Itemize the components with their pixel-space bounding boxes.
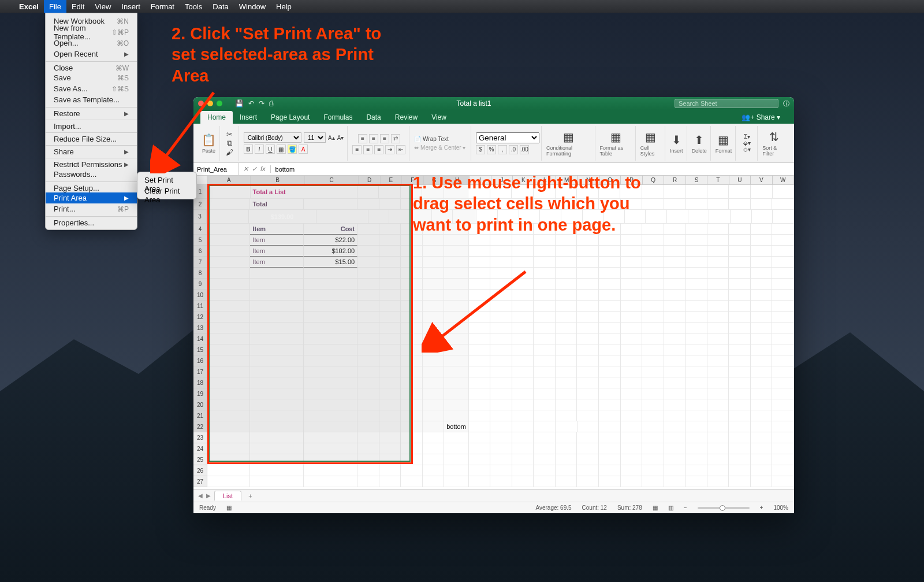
file-menu-open-recent[interactable]: Open Recent▶ <box>46 49 137 60</box>
ribbon-cond-format[interactable]: ▦Conditional Formatting <box>543 126 595 161</box>
underline-button[interactable]: U <box>266 144 275 154</box>
ribbon-cell-styles[interactable]: ▦Cell Styles <box>637 126 665 161</box>
col-header-C[interactable]: C <box>305 176 359 184</box>
col-header-W[interactable]: W <box>773 176 794 184</box>
add-sheet-button[interactable]: + <box>245 492 255 499</box>
view-normal-icon[interactable]: ▦ <box>653 505 658 511</box>
tab-data[interactable]: Data <box>359 111 388 124</box>
sheet-nav-prev[interactable]: ◀ <box>198 492 203 499</box>
file-menu-new-from-template-[interactable]: New from Template...⇧⌘P <box>46 27 137 38</box>
col-header-S[interactable]: S <box>686 176 707 184</box>
row-header-21[interactable]: 21 <box>193 410 207 421</box>
row-header-17[interactable]: 17 <box>193 366 207 377</box>
border-button[interactable]: ▦ <box>277 144 286 154</box>
file-menu-share[interactable]: Share▶ <box>46 145 137 156</box>
menubar-window[interactable]: Window <box>234 0 271 13</box>
col-header-D[interactable]: D <box>359 176 380 184</box>
row-header-24[interactable]: 24 <box>193 443 207 454</box>
tab-view[interactable]: View <box>424 111 453 124</box>
row-header-20[interactable]: 20 <box>193 399 207 410</box>
row-header-5[interactable]: 5 <box>193 235 207 246</box>
menubar-file[interactable]: File <box>44 0 66 13</box>
menubar-edit[interactable]: Edit <box>66 0 90 13</box>
row-header-4[interactable]: 4 <box>193 224 207 235</box>
col-header-U[interactable]: U <box>729 176 751 184</box>
ribbon-sort-filter[interactable]: ⇅Sort & Filter <box>759 126 789 161</box>
row-header-2[interactable]: 2 <box>193 199 207 210</box>
menubar-format[interactable]: Format <box>146 0 180 13</box>
save-icon[interactable]: 💾 <box>235 99 244 107</box>
file-menu-save-as-[interactable]: Save As...⇧⌘S <box>46 83 137 94</box>
clear-print-area[interactable]: Clear Print Area <box>137 186 196 197</box>
ribbon-clipboard-tools[interactable]: ✂⧉🖌 <box>221 126 239 161</box>
merge-center-button[interactable]: ⬌ Merge & Center ▾ <box>414 144 465 151</box>
file-menu-save[interactable]: Save⌘S <box>46 72 137 83</box>
ribbon-editing[interactable]: Σ▾⬙▾◇▾ <box>737 126 758 161</box>
decrease-font-icon[interactable]: A▾ <box>337 135 344 141</box>
sheet-nav-next[interactable]: ▶ <box>206 492 211 499</box>
zoom-out-button[interactable]: − <box>684 505 687 511</box>
file-menu-save-as-template-[interactable]: Save as Template... <box>46 94 137 105</box>
menubar-view[interactable]: View <box>90 0 116 13</box>
row-header-25[interactable]: 25 <box>193 454 207 465</box>
italic-button[interactable]: I <box>255 144 264 154</box>
row-header-11[interactable]: 11 <box>193 301 207 312</box>
search-input[interactable] <box>675 99 778 108</box>
status-macro-icon[interactable]: ▦ <box>226 505 232 511</box>
file-menu-properties-[interactable]: Properties... <box>46 216 137 227</box>
row-header-27[interactable]: 27 <box>193 476 207 487</box>
formula-input[interactable]: bottom <box>271 166 794 173</box>
file-menu-restore[interactable]: Restore▶ <box>46 107 137 118</box>
menubar-tools[interactable]: Tools <box>180 0 207 13</box>
file-menu-print-area[interactable]: Print Area▶ <box>46 192 137 203</box>
row-header-16[interactable]: 16 <box>193 355 207 366</box>
row-header-8[interactable]: 8 <box>193 268 207 279</box>
row-header-7[interactable]: 7 <box>193 257 207 268</box>
row-header-18[interactable]: 18 <box>193 377 207 388</box>
file-menu-passwords-[interactable]: Passwords... <box>46 169 137 180</box>
col-header-R[interactable]: R <box>664 176 685 184</box>
row-header-9[interactable]: 9 <box>193 279 207 290</box>
row-header-14[interactable]: 14 <box>193 333 207 344</box>
bold-button[interactable]: B <box>244 144 253 154</box>
font-name-select[interactable]: Calibri (Body) <box>244 132 301 143</box>
number-format-select[interactable]: General <box>476 132 539 143</box>
zoom-slider[interactable] <box>698 507 750 509</box>
ribbon-delete[interactable]: ⬆Delete <box>688 126 711 161</box>
row-header-6[interactable]: 6 <box>193 246 207 257</box>
increase-font-icon[interactable]: A▴ <box>328 135 335 141</box>
row-header-26[interactable]: 26 <box>193 465 207 476</box>
redo-icon[interactable]: ↷ <box>259 99 264 107</box>
col-header-T[interactable]: T <box>707 176 729 184</box>
file-menu-reduce-file-size-[interactable]: Reduce File Size... <box>46 132 137 143</box>
file-menu-import-[interactable]: Import... <box>46 120 137 131</box>
row-header-19[interactable]: 19 <box>193 388 207 399</box>
ribbon-format-table[interactable]: ▦Format as Table <box>597 126 636 161</box>
menubar-data[interactable]: Data <box>207 0 233 13</box>
menubar-excel[interactable]: Excel <box>14 0 44 13</box>
menubar-help[interactable]: Help <box>271 0 297 13</box>
row-header-10[interactable]: 10 <box>193 290 207 301</box>
file-menu-close[interactable]: Close⌘W <box>46 61 137 72</box>
share-button[interactable]: 👥+ Share ▾ <box>735 111 787 124</box>
formula-controls[interactable]: ✕✓fx <box>239 165 271 173</box>
col-header-E[interactable]: E <box>381 176 402 184</box>
tab-insert[interactable]: Insert <box>233 111 264 124</box>
row-header-22[interactable]: 22 <box>193 421 207 432</box>
wrap-text-button[interactable]: 📄 Wrap Text <box>414 136 448 142</box>
tab-formulas[interactable]: Formulas <box>316 111 359 124</box>
tab-review[interactable]: Review <box>388 111 424 124</box>
print-icon[interactable]: ⎙ <box>269 99 273 107</box>
set-print-area[interactable]: Set Print Area <box>137 175 196 186</box>
file-menu-restrict-permissions[interactable]: Restrict Permissions▶ <box>46 158 137 169</box>
col-header-B[interactable]: B <box>251 176 305 184</box>
zoom-in-button[interactable]: + <box>760 505 763 511</box>
undo-icon[interactable]: ↶ <box>248 99 254 107</box>
col-header-A[interactable]: A <box>207 176 251 184</box>
col-header-V[interactable]: V <box>751 176 772 184</box>
file-menu-print-[interactable]: Print...⌘P <box>46 203 137 214</box>
sheet-tab-list[interactable]: List <box>214 491 241 501</box>
row-header-23[interactable]: 23 <box>193 432 207 443</box>
help-icon[interactable]: ⓘ <box>783 99 789 108</box>
file-menu-page-setup-[interactable]: Page Setup... <box>46 181 137 192</box>
